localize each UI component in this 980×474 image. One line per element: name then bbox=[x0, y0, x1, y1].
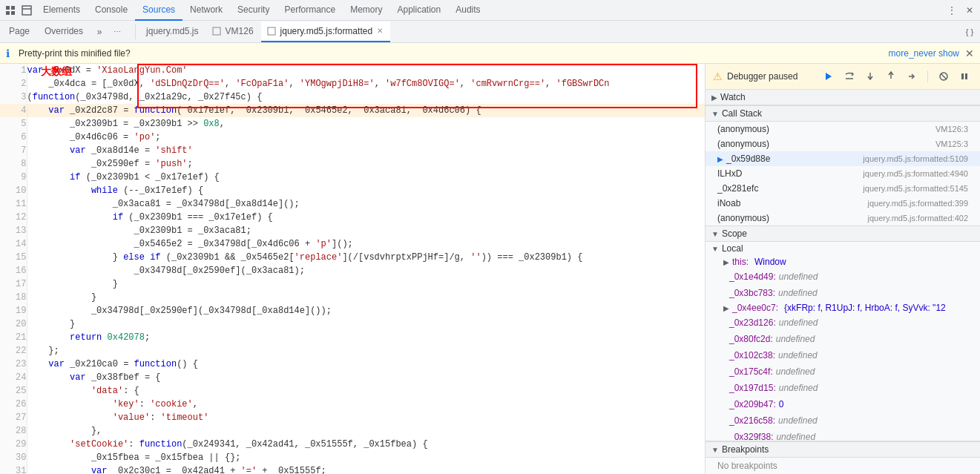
overrides-tab[interactable]: Overrides bbox=[39, 22, 89, 42]
tab-memory[interactable]: Memory bbox=[343, 0, 389, 21]
watch-section: ▶ Watch bbox=[706, 90, 980, 106]
watch-header[interactable]: ▶ Watch bbox=[706, 90, 980, 105]
watch-chevron: ▶ bbox=[711, 93, 717, 102]
scope-this[interactable]: ▶ this: Window bbox=[706, 255, 980, 269]
step-out-btn[interactable] bbox=[883, 68, 899, 85]
more-never-show-link[interactable]: more_never show bbox=[889, 48, 959, 59]
line-number: 1 bbox=[0, 64, 27, 77]
table-row: 13 _0x2309b1 = _0x3aca81; bbox=[0, 224, 705, 237]
svg-rect-4 bbox=[22, 6, 31, 15]
tab-network[interactable]: Network bbox=[182, 0, 230, 21]
table-row: 20 } bbox=[0, 317, 705, 331]
line-number: 17 bbox=[0, 277, 27, 291]
callstack-header[interactable]: ▼ Call Stack bbox=[706, 106, 980, 122]
line-code: _0x4d6c06 = 'po'; bbox=[27, 131, 705, 144]
page-tab[interactable]: Page bbox=[3, 22, 36, 42]
callstack-item[interactable]: (anonymous) VM125:3 bbox=[706, 136, 980, 151]
line-number: 11 bbox=[0, 197, 27, 211]
file-tab-md5[interactable]: jquery.md5.js bbox=[140, 22, 204, 42]
breakpoints-section: ▼ Breakpoints No breakpoints bbox=[706, 441, 980, 474]
code-content[interactable]: 1 var _0x0dX = 'XiaoLangYun.Com' 2 _0x4d… bbox=[0, 64, 705, 474]
callstack-title: Call Stack bbox=[722, 108, 762, 119]
scope-item: _0x175c4f: undefined bbox=[706, 363, 980, 380]
more-tabs-btn[interactable]: » bbox=[92, 24, 107, 39]
pretty-print-message: Pretty-print this minified file? bbox=[19, 48, 131, 59]
local-scope-header[interactable]: ▼ Local bbox=[706, 242, 980, 255]
table-row: 14 _0x5465e2 = _0x34798d[_0x4d6c06 + 'p'… bbox=[0, 237, 705, 251]
line-code: } bbox=[27, 317, 705, 331]
line-code: var _0x2c30c1 = _0x42ad41 + '=' + _0x515… bbox=[27, 464, 705, 474]
tab-sources[interactable]: Sources bbox=[135, 0, 182, 21]
code-panel: 大数组 1 var _0x0dX = 'XiaoLangYun.Com' 2 _… bbox=[0, 64, 706, 474]
line-number: 8 bbox=[0, 157, 27, 171]
more-options-icon[interactable]: ⋮ bbox=[944, 3, 959, 18]
line-code: (function(_0x34798d, _0x21a29c, _0x27f45… bbox=[27, 90, 705, 104]
callstack-item[interactable]: _0x281efc jquery.md5.js:formatted:5145 bbox=[706, 181, 980, 196]
step-btn[interactable] bbox=[904, 68, 920, 85]
callstack-item-active[interactable]: ▶ _0x59d88e jquery.md5.js:formatted:5109 bbox=[706, 151, 980, 166]
file-tab-formatted[interactable]: jquery.md5.js:formatted ✕ bbox=[261, 22, 391, 42]
scope-title: Scope bbox=[722, 228, 747, 239]
scope-4ee0c7[interactable]: ▶ _0x4ee0c7: {xkFRp: f, R1UpJ: f, HrboA:… bbox=[706, 301, 980, 315]
line-code: _0x5465e2 = _0x34798d[_0x4d6c06 + 'p']()… bbox=[27, 237, 705, 251]
callstack-item[interactable]: iNoab jquery.md5.js:formatted:399 bbox=[706, 196, 980, 211]
line-code: } else if (_0x2309b1 && _0x5465e2['repla… bbox=[27, 251, 705, 264]
line-number: 2 bbox=[0, 77, 27, 90]
tab-security[interactable]: Security bbox=[230, 0, 277, 21]
table-row: 3 (function(_0x34798d, _0x21a29c, _0x27f… bbox=[0, 90, 705, 104]
line-number: 25 bbox=[0, 384, 27, 398]
svg-marker-8 bbox=[826, 73, 832, 80]
right-panel: ⚠ Debugger paused bbox=[706, 64, 980, 474]
callstack-item[interactable]: ILHxD jquery.md5.js:formatted:4940 bbox=[706, 166, 980, 181]
code-table: 1 var _0x0dX = 'XiaoLangYun.Com' 2 _0x4d… bbox=[0, 64, 705, 474]
add-folder-icon[interactable]: ⋯ bbox=[110, 24, 125, 39]
tab-console[interactable]: Console bbox=[88, 0, 135, 21]
line-code: _0x34798d[_0x2590ef](_0x34798d[_0xa8d14e… bbox=[27, 304, 705, 317]
line-code: var _0xa8d14e = 'shift' bbox=[27, 144, 705, 157]
pretty-bar-close-btn[interactable]: ✕ bbox=[965, 47, 974, 59]
svg-rect-3 bbox=[11, 11, 15, 15]
pause-on-exceptions-btn[interactable] bbox=[956, 68, 973, 85]
close-tab-icon[interactable]: ✕ bbox=[375, 27, 384, 36]
line-code: }; bbox=[27, 344, 705, 358]
line-number: 10 bbox=[0, 184, 27, 197]
step-over-btn[interactable] bbox=[841, 68, 858, 85]
line-number: 5 bbox=[0, 117, 27, 131]
tab-application[interactable]: Application bbox=[390, 0, 449, 21]
line-code: } bbox=[27, 291, 705, 304]
scope-header[interactable]: ▼ Scope bbox=[706, 226, 980, 242]
file-tab-vm126[interactable]: VM126 bbox=[206, 22, 260, 42]
resume-btn[interactable] bbox=[820, 68, 837, 85]
breakpoints-title: Breakpoints bbox=[722, 444, 769, 455]
line-number: 15 bbox=[0, 251, 27, 264]
pause-icon: ⚠ bbox=[713, 70, 723, 82]
top-nav-bar: Elements Console Sources Network Securit… bbox=[0, 0, 980, 21]
callstack-item[interactable]: (anonymous) VM126:3 bbox=[706, 122, 980, 136]
line-number: 26 bbox=[0, 398, 27, 411]
callstack-item[interactable]: (anonymous) jquery.md5.js:formatted:402 bbox=[706, 211, 980, 226]
tab-audits[interactable]: Audits bbox=[448, 0, 487, 21]
line-code: } bbox=[27, 277, 705, 291]
line-number: 27 bbox=[0, 411, 27, 424]
scope-val: {xkFRp: f, R1UpJ: f, HrboA: f, SyVvk: "1… bbox=[784, 303, 946, 313]
tab-performance[interactable]: Performance bbox=[277, 0, 343, 21]
line-number: 30 bbox=[0, 451, 27, 464]
table-row: 12 if (_0x2309b1 === _0x17e1ef) { bbox=[0, 211, 705, 224]
step-into-btn[interactable] bbox=[862, 68, 878, 85]
svg-rect-7 bbox=[268, 27, 275, 35]
obj-chevron: ▶ bbox=[723, 304, 729, 312]
scope-item: _0x23d126: undefined bbox=[706, 315, 980, 331]
close-devtools-icon[interactable]: ✕ bbox=[962, 3, 977, 18]
table-row: 2 _0x4dca = [_0x0dX, 'dSLDnQzDrQ==', 'Fc… bbox=[0, 77, 705, 90]
deactivate-breakpoints-btn[interactable] bbox=[935, 68, 952, 85]
format-icon[interactable]: { } bbox=[962, 24, 977, 39]
tab-elements[interactable]: Elements bbox=[36, 0, 88, 21]
table-row: 10 while (--_0x17e1ef) { bbox=[0, 184, 705, 197]
line-code: return 0x42078; bbox=[27, 331, 705, 344]
dock-icon[interactable] bbox=[19, 3, 34, 18]
table-row: 6 _0x4d6c06 = 'po'; bbox=[0, 131, 705, 144]
local-label: Local bbox=[722, 243, 743, 254]
table-row: 19 _0x34798d[_0x2590ef](_0x34798d[_0xa8d… bbox=[0, 304, 705, 317]
breakpoints-header[interactable]: ▼ Breakpoints bbox=[706, 442, 980, 458]
table-row: 8 _0x2590ef = 'push'; bbox=[0, 157, 705, 171]
